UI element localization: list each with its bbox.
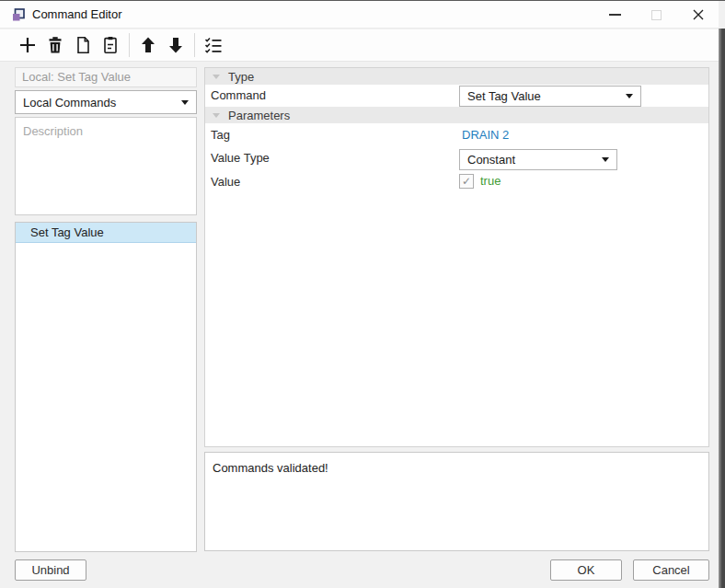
toolbar-separator — [194, 33, 195, 57]
section-title: Parameters — [228, 109, 290, 122]
command-type-dropdown[interactable]: Set Tag Value — [459, 86, 641, 107]
command-row-label: Command — [211, 85, 266, 107]
copy-icon — [73, 35, 93, 55]
copy-command-button[interactable] — [71, 33, 95, 57]
section-title: Type — [228, 70, 254, 84]
window-edge-shadow — [719, 29, 725, 588]
title-bar: Command Editor — [0, 1, 719, 29]
validate-commands-button[interactable] — [201, 33, 225, 57]
value-type-value: Constant — [467, 153, 515, 167]
delete-command-button[interactable] — [43, 33, 67, 57]
maximize-icon — [651, 10, 662, 20]
value-type-row-label: Value Type — [211, 146, 270, 170]
ok-button[interactable]: OK — [550, 559, 622, 581]
command-properties-table: Type Command Set Tag Value Parameters Ta… — [204, 67, 709, 447]
trash-icon — [45, 35, 65, 55]
tag-value-link[interactable]: DRAIN 2 — [462, 127, 509, 144]
command-name-field[interactable]: Local: Set Tag Value — [15, 67, 197, 87]
tag-row-label: Tag — [211, 123, 230, 146]
minimize-icon — [609, 14, 621, 16]
minimize-button[interactable] — [594, 1, 636, 29]
window-title: Command Editor — [32, 7, 122, 21]
section-header-type[interactable]: Type — [205, 68, 708, 85]
app-logo-icon — [11, 7, 26, 22]
arrow-down-icon — [166, 35, 186, 55]
move-up-button[interactable] — [136, 33, 160, 57]
maximize-button[interactable] — [636, 1, 677, 29]
command-type-value: Set Tag Value — [467, 89, 541, 103]
command-scope-dropdown[interactable]: Local Commands — [15, 90, 197, 114]
command-list: Set Tag Value — [15, 222, 197, 552]
validation-message: Commands validated! — [213, 461, 328, 475]
value-type-dropdown[interactable]: Constant — [459, 149, 617, 170]
chevron-down-icon — [602, 157, 609, 162]
chevron-down-icon — [626, 94, 633, 98]
value-row-label: Value — [211, 171, 240, 193]
cancel-button[interactable]: Cancel — [633, 559, 709, 581]
command-list-item[interactable]: Set Tag Value — [16, 223, 196, 243]
toolbar-separator — [129, 33, 130, 57]
chevron-down-icon — [181, 100, 189, 105]
command-scope-value: Local Commands — [23, 96, 116, 110]
collapse-arrow-icon — [213, 113, 220, 118]
paste-command-button[interactable] — [98, 33, 122, 57]
move-down-button[interactable] — [164, 33, 188, 57]
paste-icon — [100, 35, 121, 55]
close-button[interactable] — [677, 1, 719, 29]
collapse-arrow-icon — [213, 75, 220, 79]
window-controls — [594, 1, 719, 29]
value-boolean-text: true — [480, 173, 501, 190]
validation-message-panel: Commands validated! — [204, 452, 709, 551]
add-command-button[interactable] — [16, 33, 40, 57]
description-input[interactable] — [15, 117, 197, 215]
toolbar — [0, 29, 719, 62]
arrow-up-icon — [138, 35, 158, 55]
plus-icon — [17, 35, 38, 55]
section-header-parameters[interactable]: Parameters — [205, 107, 708, 123]
unbind-button[interactable]: Unbind — [15, 559, 86, 581]
command-editor-window: Command Editor — [0, 0, 725, 588]
checkmark-icon: ✓ — [462, 175, 471, 188]
close-icon — [692, 8, 705, 21]
checklist-icon — [203, 35, 224, 55]
value-checkbox[interactable]: ✓ — [459, 174, 474, 189]
